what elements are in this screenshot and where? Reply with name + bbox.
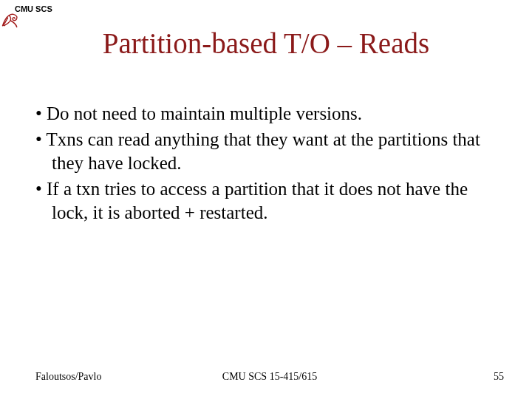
slide-title: Partition-based T/O – Reads [0, 27, 532, 60]
list-item: Txns can read anything that they want at… [35, 128, 497, 176]
slide-header: CMU SCS [15, 4, 52, 13]
list-item: Do not need to maintain multiple version… [35, 102, 497, 126]
page-number: 55 [494, 371, 504, 383]
slide-body: Do not need to maintain multiple version… [35, 102, 497, 227]
list-item: If a txn tries to access a partition tha… [35, 177, 497, 225]
slide-footer: Faloutsos/Pavlo CMU SCS 15-415/615 55 [35, 371, 504, 383]
footer-authors: Faloutsos/Pavlo [35, 371, 101, 383]
org-label: CMU SCS [15, 4, 52, 13]
bullet-list: Do not need to maintain multiple version… [35, 102, 497, 225]
footer-course: CMU SCS 15-415/615 [222, 371, 317, 383]
